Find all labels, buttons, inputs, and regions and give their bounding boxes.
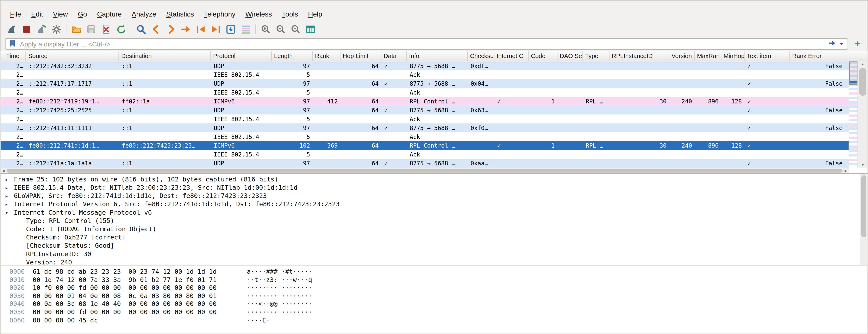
bookmark-icon[interactable] [8,38,17,49]
column-header-internet_c[interactable]: Internet C [494,52,529,61]
packet-row[interactable]: 2…IEEE 802.15.45Ack [1,114,849,124]
column-header-rpl_instance_id[interactable]: RPLInstanceID [610,52,669,61]
scroll-right-icon[interactable]: ▶ [843,169,849,173]
packet-list-hscrollbar[interactable]: ◀ ▶ [1,168,849,173]
hex-line[interactable]: 004000 0a 00 3c 08 1e 40 40 00 00 00 00 … [1,300,868,308]
colorize-button[interactable] [238,22,253,37]
column-header-data[interactable]: Data [381,52,407,61]
menu-item-view[interactable]: View [48,9,73,20]
packet-row[interactable]: 2…fe80::212:7419:19:1…ff02::1aICMPv69741… [1,97,849,106]
detail-line[interactable]: Checksum: 0xb277 [correct] [1,233,868,242]
detail-line[interactable]: ▸6LoWPAN, Src: fe80::212:741d:1d:1d1d, D… [1,192,868,200]
detail-line[interactable]: Type: RPL Control (155) [1,217,868,225]
details-scroll-handle[interactable] [861,175,866,237]
packet-row[interactable]: 2…IEEE 802.15.45Ack [1,132,849,141]
detail-line[interactable]: RPLInstanceID: 30 [1,250,868,258]
column-header-rank_error[interactable]: Rank Error [790,52,845,61]
auto-scroll-button[interactable] [223,22,238,37]
detail-line[interactable]: Code: 1 (DODAG Information Object) [1,225,868,233]
zoom-original-button[interactable] [288,22,303,37]
packet-row-selected[interactable]: 2…fe80::212:741d:1d:1…fe80::212:7423:23:… [1,141,849,150]
details-scrollbar[interactable] [860,174,868,265]
expand-arrow-icon[interactable]: ▸ [5,175,14,183]
expand-arrow-icon[interactable]: ▸ [5,200,14,208]
detail-line[interactable]: ▸Frame 25: 102 bytes on wire (816 bits),… [1,175,868,183]
hex-line[interactable]: 003000 00 00 01 04 0e 00 08 0c 0a 03 80 … [1,292,868,300]
apply-filter-arrow-icon[interactable] [828,38,837,49]
add-filter-button[interactable]: + [852,38,863,49]
detail-line[interactable]: ▸Internet Protocol Version 6, Src: fe80:… [1,200,868,208]
column-header-dao_se[interactable]: DAO Se [557,52,583,61]
column-header-source[interactable]: Source [26,52,119,61]
hscroll-handle[interactable] [7,169,843,173]
resize-columns-button[interactable] [303,22,318,37]
filter-dropdown-caret-icon[interactable] [838,39,845,49]
hex-line[interactable]: 005000 00 00 00 fd 00 00 00 00 00 00 00 … [1,308,868,316]
column-header-maxran[interactable]: MaxRan [695,52,721,61]
packet-row[interactable]: 2…::212:7411:11:1111::1UDP9764✓8775 → 56… [1,123,849,132]
stop-capture-button[interactable] [19,22,34,37]
scroll-down-icon[interactable]: ▼ [858,162,868,168]
menu-item-capture[interactable]: Capture [92,9,127,20]
go-first-packet-button[interactable] [193,22,208,37]
menu-item-file[interactable]: File [5,9,26,20]
find-packet-button[interactable] [133,22,148,37]
go-forward-button[interactable] [163,22,178,37]
menu-item-go[interactable]: Go [73,9,92,20]
detail-line[interactable]: [Checksum Status: Good] [1,242,868,250]
column-header-rank[interactable]: Rank [313,52,341,61]
packet-row[interactable]: 2…IEEE 802.15.45Ack [1,88,849,97]
detail-line[interactable]: ▸IEEE 802.15.4 Data, Dst: NITlab_23:00:2… [1,184,868,192]
menu-item-wireless[interactable]: Wireless [241,9,277,20]
column-header-length[interactable]: Length [272,52,313,61]
column-header-version[interactable]: Version [669,52,695,61]
column-header-time[interactable]: Time [4,52,26,61]
packet-row[interactable]: 2…::212:741a:1a:1a1a::1UDP9764✓8775 → 56… [1,159,849,168]
zoom-out-button[interactable] [273,22,288,37]
hex-line[interactable]: 000061 dc 98 cd ab 23 23 23 00 23 74 12 … [1,268,868,276]
scroll-left-icon[interactable]: ◀ [1,169,6,173]
column-header-minhop[interactable]: MinHop [721,52,745,61]
packet-row[interactable]: 2…IEEE 802.15.45Ack [1,150,849,159]
menu-item-statistics[interactable]: Statistics [161,9,199,20]
menu-item-tools[interactable]: Tools [277,9,303,20]
packet-minimap[interactable] [848,61,858,167]
detail-line[interactable]: Version: 240 [1,258,868,265]
column-header-code[interactable]: Code [529,52,557,61]
menu-item-edit[interactable]: Edit [26,9,48,20]
capture-options-button[interactable] [49,22,64,37]
column-header-checksum[interactable]: Checksu [468,52,494,61]
menu-item-help[interactable]: Help [303,9,327,20]
expand-arrow-icon[interactable]: ▸ [5,192,14,200]
display-filter-input[interactable]: Apply a display filter ... <Ctrl-/> [5,38,848,50]
open-file-button[interactable] [69,22,84,37]
expand-arrow-icon[interactable]: ▸ [5,184,14,192]
packet-row[interactable]: 2…::212:7417:17:1717::1UDP9764✓8775 → 56… [1,79,849,88]
column-header-type[interactable]: Type [583,52,610,61]
restart-capture-button[interactable] [34,22,49,37]
hex-line[interactable]: 006000 00 00 00 45 dc····E· [1,316,868,324]
go-last-packet-button[interactable] [208,22,223,37]
menu-item-telephony[interactable]: Telephony [199,9,241,20]
detail-line[interactable]: ▾Internet Control Message Protocol v6 [1,208,868,217]
zoom-in-button[interactable] [258,22,273,37]
collapse-arrow-icon[interactable]: ▾ [5,208,14,217]
vscroll-track[interactable]: ▲ ▼ [858,61,867,167]
packet-row[interactable]: 2…::212:7425:25:2525::1UDP9764✓8775 → 56… [1,106,849,114]
minimap-viewport[interactable] [849,61,858,85]
go-back-button[interactable] [148,22,163,37]
reload-file-button[interactable] [114,22,128,37]
vscroll-handle[interactable] [859,68,866,96]
start-capture-button[interactable] [4,22,19,37]
column-header-info[interactable]: Info [407,52,468,61]
save-file-button[interactable] [84,22,98,37]
column-header-protocol[interactable]: Protocol [211,52,272,61]
hex-line[interactable]: 002010 f0 00 00 fd 00 00 00 00 00 00 00 … [1,284,868,292]
column-header-text_item[interactable]: Text item [745,52,790,61]
go-to-packet-button[interactable] [178,22,193,37]
scroll-up-icon[interactable]: ▲ [858,61,868,67]
packet-list-vscrollbar[interactable]: ▲ ▼ [848,61,867,167]
close-file-button[interactable] [98,22,114,37]
packet-row[interactable]: 2…IEEE 802.15.45Ack [1,70,849,79]
menu-item-analyze[interactable]: Analyze [127,9,161,20]
